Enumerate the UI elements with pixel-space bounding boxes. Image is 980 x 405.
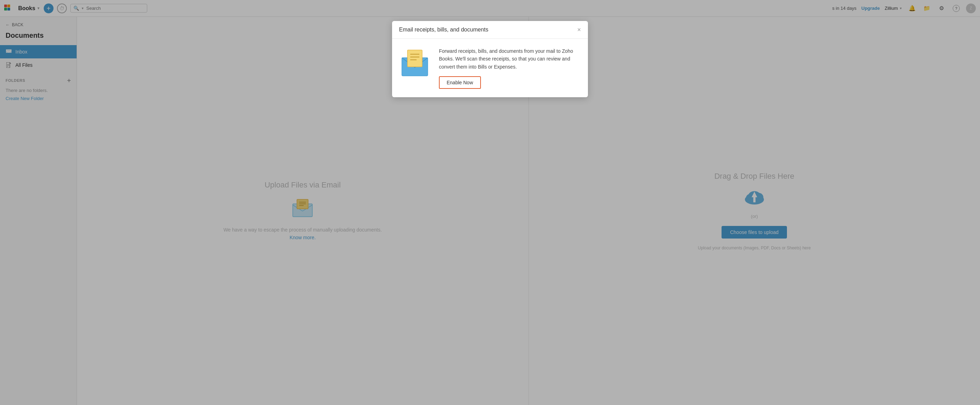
modal-description: Forward receipts, bills, and documents f… <box>439 47 581 71</box>
modal-title: Email receipts, bills, and documents <box>399 27 488 33</box>
modal-dialog: Email receipts, bills, and documents × F… <box>392 21 588 97</box>
modal-body: Forward receipts, bills, and documents f… <box>392 39 588 97</box>
modal-overlay[interactable]: Email receipts, bills, and documents × F… <box>0 0 980 405</box>
svg-rect-20 <box>407 50 422 67</box>
modal-close-button[interactable]: × <box>577 27 581 33</box>
modal-email-icon <box>399 47 431 79</box>
modal-header: Email receipts, bills, and documents × <box>392 21 588 39</box>
modal-text-area: Forward receipts, bills, and documents f… <box>439 47 581 89</box>
enable-now-button[interactable]: Enable Now <box>439 76 481 89</box>
